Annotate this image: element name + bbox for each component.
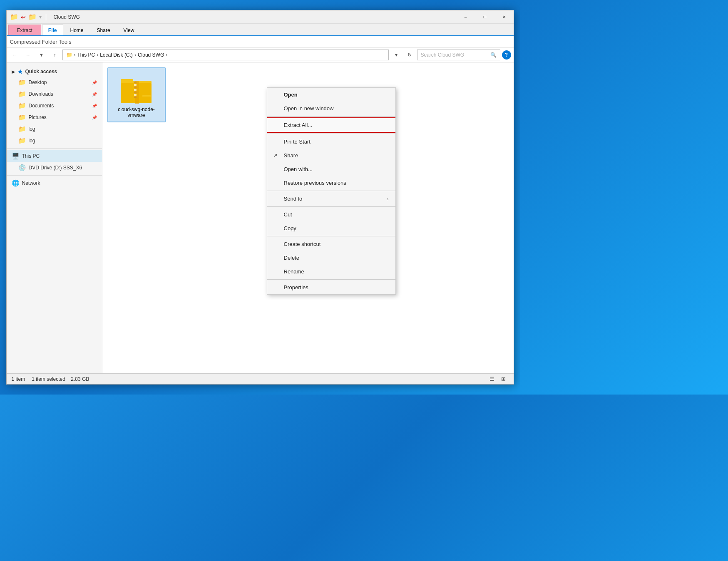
ctx-rename[interactable]: Rename — [267, 265, 395, 278]
sidebar-item-downloads[interactable]: 📁 Downloads 📌 — [7, 88, 102, 100]
zip-folder-svg — [120, 72, 153, 105]
ctx-open-with[interactable]: Open with... — [267, 162, 395, 176]
titlebar-title: Cloud SWG — [54, 14, 80, 20]
search-placeholder: Search Cloud SWG — [421, 52, 465, 58]
nav-up-button[interactable]: ↑ — [49, 49, 61, 61]
svg-rect-1 — [121, 79, 133, 83]
ctx-create-shortcut[interactable]: Create shortcut — [267, 237, 395, 251]
folder-icon: 📁 — [18, 125, 26, 133]
share-icon: ↗ — [273, 152, 278, 159]
undo-icon[interactable]: ↩ — [21, 14, 26, 20]
svg-rect-5 — [134, 84, 137, 86]
status-selected: 1 item selected 2.83 GB — [32, 376, 89, 382]
ctx-copy[interactable]: Copy — [267, 221, 395, 235]
file-item-name: cloud-swg-node-vmware — [112, 107, 162, 118]
file-icon-container — [120, 72, 153, 105]
path-this-pc[interactable]: This PC — [77, 52, 95, 58]
tab-file[interactable]: File — [42, 25, 63, 35]
context-menu: Open Open in new window Extract All... P… — [267, 87, 396, 295]
ctx-pin-to-start[interactable]: Pin to Start — [267, 135, 395, 149]
grid-view-button[interactable]: ⊞ — [499, 375, 509, 383]
addressbar: ← → ▼ ↑ 📁 › This PC › Local Disk (C:) › … — [7, 47, 514, 62]
ctx-cut[interactable]: Cut — [267, 208, 395, 221]
status-item-count: 1 item — [12, 376, 25, 382]
sidebar-item-label-desktop: Desktop — [29, 79, 47, 85]
sidebar-item-documents[interactable]: 📁 Documents 📌 — [7, 100, 102, 112]
svg-rect-9 — [134, 94, 137, 96]
divider — [46, 14, 46, 20]
sidebar-item-log2[interactable]: 📁 log — [7, 135, 102, 146]
ctx-restore-prev[interactable]: Restore previous versions — [267, 176, 395, 190]
send-to-arrow-icon: › — [387, 196, 389, 201]
ctx-open[interactable]: Open — [267, 88, 395, 102]
folder-icon: 📁 — [18, 114, 26, 121]
path-local-disk[interactable]: Local Disk (C:) — [100, 52, 133, 58]
sidebar-divider2 — [7, 175, 102, 176]
sidebar-item-pictures[interactable]: 📁 Pictures 📌 — [7, 112, 102, 123]
ribbon-tabs: Extract File Home Share View — [7, 24, 514, 35]
sidebar-item-label-pictures: Pictures — [29, 114, 47, 120]
nav-back-button[interactable]: ← — [9, 49, 21, 61]
quick-access-label: Quick access — [25, 69, 57, 74]
sidebar-item-this-pc[interactable]: 🖥️ This PC — [7, 150, 102, 162]
refresh-button[interactable]: ↻ — [404, 49, 415, 61]
path-cloud-swg[interactable]: Cloud SWG — [138, 52, 164, 58]
sidebar-item-desktop[interactable]: 📁 Desktop 📌 — [7, 77, 102, 88]
folder-icon: 📁 — [18, 102, 26, 109]
svg-rect-8 — [134, 92, 137, 93]
minimize-button[interactable]: – — [456, 10, 475, 24]
file-item-zip[interactable]: cloud-swg-node-vmware — [107, 67, 166, 122]
sidebar-divider1 — [7, 148, 102, 149]
sidebar-item-dvd[interactable]: 💿 DVD Drive (D:) SSS_X6 — [7, 162, 102, 174]
nav-forward-button[interactable]: → — [22, 49, 34, 61]
titlebar-controls: – □ ✕ — [456, 10, 514, 24]
statusbar: 1 item 1 item selected 2.83 GB ☰ ⊞ — [7, 373, 514, 384]
ctx-extract-all[interactable]: Extract All... — [267, 117, 395, 133]
svg-rect-4 — [134, 82, 137, 83]
tab-extract[interactable]: Extract — [8, 25, 41, 35]
ctx-share[interactable]: ↗ Share — [267, 149, 395, 162]
tab-home[interactable]: Home — [64, 25, 90, 35]
sidebar-section-quick-access[interactable]: ▶ ★ Quick access — [7, 66, 102, 77]
tab-view[interactable]: View — [117, 25, 141, 35]
expand-icon: ▶ — [12, 70, 15, 74]
sidebar-item-label-dvd: DVD Drive (D:) SSS_X6 — [29, 165, 82, 171]
sidebar-item-label-log1: log — [29, 126, 35, 132]
svg-rect-12 — [142, 97, 152, 102]
close-button[interactable]: ✕ — [494, 10, 514, 24]
sidebar-item-log1[interactable]: 📁 log — [7, 123, 102, 135]
svg-rect-7 — [134, 89, 137, 91]
sidebar-item-label-log2: log — [29, 138, 35, 144]
ctx-send-to[interactable]: Send to › — [267, 192, 395, 206]
sidebar-item-label-network: Network — [22, 180, 40, 186]
ctx-sep1 — [267, 116, 395, 117]
nav-recent-button[interactable]: ▼ — [36, 49, 47, 61]
address-path[interactable]: 📁 › This PC › Local Disk (C:) › Cloud SW… — [62, 50, 389, 60]
titlebar: 📁 ↩ 📁 ▾ Cloud SWG – □ ✕ — [7, 10, 514, 24]
content-area: cloud-swg-node-vmware Open Open in new w… — [102, 62, 514, 373]
search-box[interactable]: Search Cloud SWG 🔍 — [417, 50, 500, 60]
ctx-open-new-window[interactable]: Open in new window — [267, 102, 395, 115]
path-dropdown-button[interactable]: ▾ — [390, 49, 402, 61]
search-icon[interactable]: 🔍 — [490, 52, 497, 58]
folder-icon: 📁 — [10, 13, 18, 21]
folder-icon: 📁 — [18, 79, 26, 86]
help-button[interactable]: ? — [502, 50, 511, 60]
ctx-delete[interactable]: Delete — [267, 251, 395, 265]
tab-share[interactable]: Share — [91, 25, 117, 35]
dropdown-arrow-icon[interactable]: ▾ — [39, 14, 42, 20]
svg-rect-10 — [134, 97, 137, 98]
path-sep4: › — [166, 52, 167, 58]
compressed-tools-label: Compressed Folder Tools — [10, 39, 72, 45]
maximize-button[interactable]: □ — [475, 10, 494, 24]
folder-icon: 📁 — [18, 137, 26, 144]
sidebar-item-network[interactable]: 🌐 Network — [7, 177, 102, 189]
ctx-properties[interactable]: Properties — [267, 280, 395, 294]
pin-icon: 📌 — [92, 115, 97, 120]
explorer-window: 📁 ↩ 📁 ▾ Cloud SWG – □ ✕ Extract File Hom… — [6, 10, 514, 385]
list-view-button[interactable]: ☰ — [487, 375, 497, 383]
titlebar-left: 📁 ↩ 📁 ▾ Cloud SWG — [10, 13, 80, 21]
path-folder-icon: 📁 — [66, 52, 72, 58]
this-pc-icon: 🖥️ — [12, 152, 20, 160]
pin-icon: 📌 — [92, 80, 97, 85]
